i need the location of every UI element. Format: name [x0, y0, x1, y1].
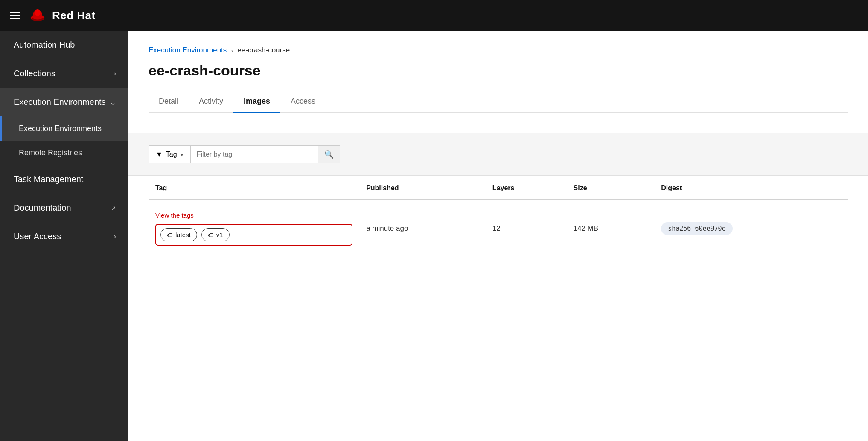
- view-tags-link[interactable]: View the tags: [155, 212, 352, 219]
- col-published: Published: [359, 176, 486, 199]
- tag-badge-latest: 🏷 latest: [160, 228, 197, 241]
- svg-point-3: [35, 9, 40, 16]
- sidebar-sub-item-remote-registries[interactable]: Remote Registries: [0, 141, 128, 165]
- sidebar-item-collections[interactable]: Collections ›: [0, 59, 128, 88]
- brand: Red Hat: [28, 6, 96, 25]
- images-table: Tag Published Layers Size Digest View th…: [149, 176, 848, 258]
- tag-icon-v1: 🏷: [208, 232, 214, 238]
- filter-icon: ▼: [156, 151, 163, 158]
- main-content: Execution Environments › ee-crash-course…: [128, 31, 868, 441]
- digest-cell: sha256:60ee970e: [654, 199, 848, 258]
- sidebar-item-task-management[interactable]: Task Management: [0, 165, 128, 194]
- breadcrumb-separator: ›: [231, 47, 233, 54]
- table-row: View the tags 🏷 latest 🏷 v1: [149, 199, 848, 258]
- tab-detail[interactable]: Detail: [149, 91, 189, 113]
- chevron-right-icon-user-access: ›: [114, 232, 116, 241]
- size-cell: 142 MB: [567, 199, 655, 258]
- sidebar-item-automation-hub[interactable]: Automation Hub: [0, 31, 128, 59]
- sidebar-item-execution-environments[interactable]: Execution Environments ⌄: [0, 88, 128, 116]
- tag-label-v1: v1: [216, 231, 223, 238]
- digest-badge: sha256:60ee970e: [661, 222, 732, 235]
- search-icon: 🔍: [324, 150, 334, 159]
- tab-access[interactable]: Access: [280, 91, 326, 113]
- chevron-right-icon: ›: [114, 69, 116, 78]
- sidebar: Automation Hub Collections › Execution E…: [0, 31, 128, 441]
- chevron-down-icon: ⌄: [110, 98, 116, 107]
- breadcrumb-parent-link[interactable]: Execution Environments: [149, 46, 227, 55]
- sidebar-item-user-access[interactable]: User Access ›: [0, 222, 128, 251]
- sidebar-sub-item-execution-environments[interactable]: Execution Environments: [0, 116, 128, 141]
- breadcrumb: Execution Environments › ee-crash-course: [149, 46, 848, 55]
- col-digest: Digest: [654, 176, 848, 199]
- images-table-container: Tag Published Layers Size Digest View th…: [128, 176, 868, 258]
- hamburger-menu[interactable]: [10, 12, 20, 19]
- col-layers: Layers: [486, 176, 567, 199]
- filter-search-button[interactable]: 🔍: [318, 145, 340, 163]
- page-title: ee-crash-course: [149, 62, 848, 79]
- breadcrumb-current: ee-crash-course: [237, 46, 290, 55]
- tag-icon: 🏷: [167, 232, 173, 238]
- tag-badge-v1: 🏷 v1: [201, 228, 230, 241]
- col-size: Size: [567, 176, 655, 199]
- filter-input[interactable]: [190, 145, 318, 163]
- table-header-row: Tag Published Layers Size Digest: [149, 176, 848, 199]
- sidebar-item-documentation[interactable]: Documentation ↗: [0, 194, 128, 222]
- top-navbar: Red Hat: [0, 0, 868, 31]
- external-link-icon: ↗: [111, 205, 116, 212]
- tag-cell: View the tags 🏷 latest 🏷 v1: [149, 199, 359, 258]
- redhat-logo: [28, 6, 47, 25]
- tab-images[interactable]: Images: [233, 91, 280, 113]
- tabs: Detail Activity Images Access: [149, 91, 848, 113]
- chevron-down-icon: ▾: [181, 151, 184, 158]
- tab-activity[interactable]: Activity: [189, 91, 233, 113]
- tag-label-latest: latest: [175, 231, 191, 238]
- published-cell: a minute ago: [359, 199, 486, 258]
- filter-bar: ▼ Tag ▾ 🔍: [128, 133, 868, 176]
- tags-outline-box: 🏷 latest 🏷 v1: [155, 224, 352, 246]
- filter-tag-label: Tag: [166, 151, 177, 158]
- layers-cell: 12: [486, 199, 567, 258]
- col-tag: Tag: [149, 176, 359, 199]
- filter-tag-button[interactable]: ▼ Tag ▾: [149, 145, 190, 163]
- brand-name: Red Hat: [52, 9, 96, 22]
